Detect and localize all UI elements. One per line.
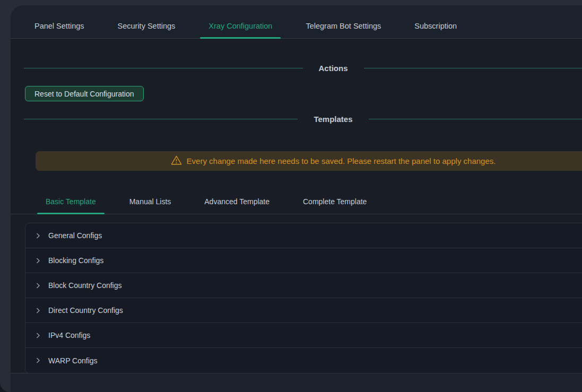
chevron-right-icon (34, 332, 41, 339)
templates-divider: Templates (24, 114, 582, 124)
xray-configuration-pane: Actions Reset to Default Configuration T… (11, 39, 582, 373)
accordion-row-block-country-configs[interactable]: Block Country Configs (25, 273, 582, 298)
divider-line (24, 68, 303, 68)
accordion-row-blocking-configs[interactable]: Blocking Configs (25, 248, 582, 273)
tab-panel-settings[interactable]: Panel Settings (26, 14, 93, 39)
actions-divider: Actions (24, 63, 582, 73)
accordion-row-direct-country-configs[interactable]: Direct Country Configs (25, 298, 582, 323)
accordion-row-general-configs[interactable]: General Configs (25, 223, 582, 248)
tab-basic-template[interactable]: Basic Template (37, 189, 105, 214)
divider-line (24, 119, 298, 119)
tab-advanced-template[interactable]: Advanced Template (196, 189, 278, 214)
tab-security-settings[interactable]: Security Settings (109, 14, 184, 39)
accordion-row-label: WARP Configs (48, 356, 98, 365)
page-background: Panel Settings Security Settings Xray Co… (0, 0, 582, 392)
tab-telegram-bot-settings[interactable]: Telegram Bot Settings (297, 14, 389, 39)
tab-subscription[interactable]: Subscription (406, 14, 465, 39)
divider-line (364, 68, 582, 68)
tab-manual-lists[interactable]: Manual Lists (121, 189, 180, 214)
restart-warning-alert: Every change made here needs to be saved… (36, 151, 582, 171)
templates-section-title: Templates (314, 115, 352, 124)
template-tab-bar: Basic Template Manual Lists Advanced Tem… (11, 189, 582, 214)
chevron-right-icon (34, 257, 41, 264)
accordion-row-label: Direct Country Configs (48, 306, 123, 315)
reset-to-default-button[interactable]: Reset to Default Configuration (25, 86, 144, 101)
accordion-row-label: General Configs (48, 231, 102, 240)
chevron-right-icon (34, 282, 41, 289)
accordion-row-label: Blocking Configs (48, 256, 103, 265)
chevron-right-icon (34, 357, 41, 364)
config-accordion: General Configs Blocking Configs Block C… (25, 223, 582, 373)
chevron-right-icon (34, 232, 41, 239)
accordion-row-ipv4-configs[interactable]: IPv4 Configs (25, 323, 582, 348)
tab-complete-template[interactable]: Complete Template (294, 189, 375, 214)
warning-message: Every change made here needs to be saved… (187, 156, 496, 165)
main-tab-bar: Panel Settings Security Settings Xray Co… (11, 5, 582, 39)
accordion-row-label: Block Country Configs (48, 281, 122, 290)
divider-line (369, 119, 582, 119)
settings-card: Panel Settings Security Settings Xray Co… (11, 5, 582, 392)
warning-triangle-icon (171, 155, 182, 168)
actions-section-title: Actions (319, 64, 348, 73)
tab-xray-configuration[interactable]: Xray Configuration (200, 14, 281, 39)
chevron-right-icon (34, 307, 41, 314)
accordion-row-label: IPv4 Configs (48, 331, 90, 339)
accordion-row-warp-configs[interactable]: WARP Configs (25, 348, 582, 373)
